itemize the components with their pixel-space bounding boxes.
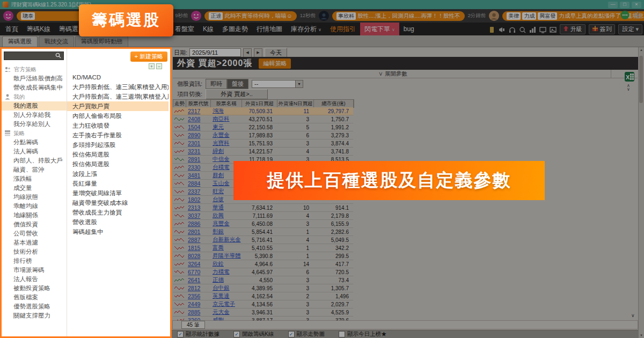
strategy-list: KD/MACD大戶持股創低、連三減(累積登入用)大戶持股創高、連三週增(累積登入… <box>67 72 169 335</box>
strategy-item[interactable]: 大戶買散戶賣 <box>67 101 169 111</box>
people-icon <box>4 66 11 74</box>
tree-item-內部人、持股大戶[interactable]: 內部人、持股大戶 <box>2 156 67 165</box>
strategy-item[interactable]: 波段上漲 <box>67 169 169 179</box>
strategy-item[interactable]: 大戶持股創高、連三週增(累積登入用) <box>67 92 169 101</box>
strategy-item[interactable]: 主力狂收噴發 <box>67 121 169 130</box>
tree-section-策略: 策略 <box>2 129 67 138</box>
strategy-item[interactable]: 營收成長主力搶買 <box>67 208 169 217</box>
tree-item-舊版檔案[interactable]: 舊版檔案 <box>2 293 67 302</box>
tree-item-乖離均線[interactable]: 乖離均線 <box>2 202 67 211</box>
tree-item-優勢選股策略[interactable]: 優勢選股策略 <box>2 302 67 311</box>
tree-item-市場派籌碼[interactable]: 市場派籌碼 <box>2 266 67 275</box>
strategy-item[interactable]: 多頭排列起漲股 <box>67 140 169 150</box>
tree-item-均線狀態[interactable]: 均線狀態 <box>2 193 67 202</box>
tree-item-我的選股[interactable]: 我的選股 <box>2 101 67 111</box>
tree-item-散戶活絡股價創高[interactable]: 散戶活絡股價創高 <box>2 74 67 83</box>
category-tree: 官方策略散戶活絡股價創高營收成長籌碼集中我的我的選股別人分享給我我分享給別人策略… <box>2 65 67 320</box>
tree-item-被動投資策略[interactable]: 被動投資策略 <box>2 284 67 293</box>
app-window: 理財寶籌碼k線1.25.320.1(試用版) —□× 聰泰8秒前世紀*勃起了 帥… <box>0 0 644 338</box>
expand-icon[interactable]: + <box>149 63 155 69</box>
promo-banner: 提供上百種選股及自定義參數 <box>233 161 545 200</box>
tree-item-公司營收[interactable]: 公司營收 <box>2 229 67 238</box>
new-strategy-button[interactable]: + 新建策略 <box>130 52 167 62</box>
collapse-icon[interactable]: − <box>156 63 162 69</box>
tree-section-官方策略: 官方策略 <box>2 65 67 74</box>
strategy-item[interactable]: 籌碼超集中 <box>67 227 169 237</box>
tree-item-法人報告[interactable]: 法人報告 <box>2 275 67 284</box>
tree-item-分點籌碼[interactable]: 分點籌碼 <box>2 138 67 147</box>
tree-item-漲跌幅[interactable]: 漲跌幅 <box>2 174 67 183</box>
strategy-item[interactable]: 營收選股 <box>67 217 169 227</box>
tree-item-成交量[interactable]: 成交量 <box>2 183 67 193</box>
tree-item-技術分析[interactable]: 技術分析 <box>2 247 67 256</box>
search-icon <box>55 51 61 61</box>
tree-item-排行榜[interactable]: 排行榜 <box>2 256 67 266</box>
tree-section-我的: 我的 <box>2 92 67 101</box>
strategy-column: + 新建策略 +− KD/MACD大戶持股創低、連三減(累積登入用)大戶持股創高… <box>67 49 170 336</box>
strategy-item[interactable]: 大戶持股創低、連三減(累積登入用) <box>67 82 169 92</box>
tree-item-融資、當沖[interactable]: 融資、當沖 <box>2 165 67 174</box>
strategy-item[interactable]: 融資帶量突破成本線 <box>67 198 169 208</box>
tree-item-法人籌碼[interactable]: 法人籌碼 <box>2 147 67 156</box>
promo-badge: 籌碼選股 <box>79 4 173 36</box>
strategy-item[interactable]: 量增突破周線清單 <box>67 188 169 198</box>
person-icon <box>4 93 11 101</box>
strategy-item[interactable]: 投信佈局選股 <box>67 150 169 159</box>
strategy-item[interactable]: KD/MACD <box>67 72 169 82</box>
category-column: 官方策略散戶活絡股價創高營收成長籌碼集中我的我的選股別人分享給我我分享給別人策略… <box>2 49 67 336</box>
tree-item-地緣關係[interactable]: 地緣關係 <box>2 211 67 220</box>
strategy-item[interactable]: 左手換右手作量股 <box>67 130 169 140</box>
strategy-item[interactable]: 內部人偷偷布局股 <box>67 111 169 121</box>
tree-item-別人分享給我[interactable]: 別人分享給我 <box>2 111 67 120</box>
tree-item-我分享給別人[interactable]: 我分享給別人 <box>2 120 67 129</box>
tree-item-關鍵支撐壓力[interactable]: 關鍵支撐壓力 <box>2 311 67 320</box>
strategy-sidebar: 官方策略散戶活絡股價創高營收成長籌碼集中我的我的選股別人分享給我我分享給別人策略… <box>0 47 172 338</box>
search-input[interactable] <box>4 52 64 60</box>
list-zoom-buttons: +− <box>149 63 162 69</box>
strategy-item[interactable]: 長紅爆量 <box>67 179 169 188</box>
layers-icon <box>4 130 11 137</box>
strategy-item[interactable]: 投信佈局選股 <box>67 159 169 169</box>
tree-item-基本過濾[interactable]: 基本過濾 <box>2 238 67 247</box>
tree-item-價值投資[interactable]: 價值投資 <box>2 220 67 229</box>
tree-item-營收成長籌碼集中[interactable]: 營收成長籌碼集中 <box>2 83 67 92</box>
